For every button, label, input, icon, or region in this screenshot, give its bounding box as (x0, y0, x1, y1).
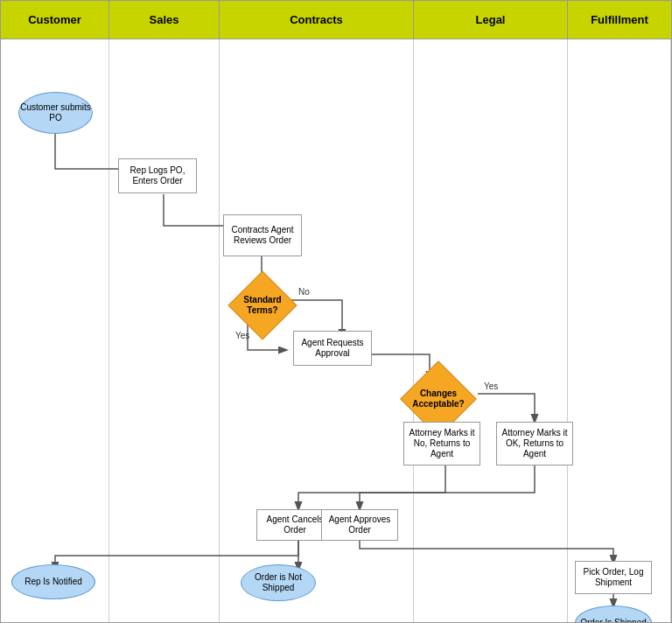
lane-sales (109, 39, 220, 622)
header-sales: Sales (109, 1, 220, 38)
header-row: Customer Sales Contracts Legal Fulfillme… (1, 1, 671, 39)
agent-approves-order: Agent Approves Order (321, 509, 398, 541)
rep-is-notified: Rep Is Notified (11, 564, 95, 599)
customer-submits-po: Customer submits PO (18, 92, 93, 134)
rep-logs-po: Rep Logs PO, Enters Order (118, 158, 197, 193)
diagram-body: Yes No Yes No Customer submits PO Rep Lo… (1, 39, 671, 622)
header-contracts: Contracts (220, 1, 414, 38)
contracts-agent-reviews: Contracts Agent Reviews Order (223, 214, 302, 256)
standard-terms-diamond: Standard Terms? (232, 278, 293, 332)
attorney-marks-ok: Attorney Marks it OK, Returns to Agent (496, 422, 573, 466)
lane-fulfillment (568, 39, 671, 622)
changes-acceptable-diamond: Changes Acceptable? (403, 370, 473, 428)
lane-legal (414, 39, 568, 622)
swimlane-diagram: Customer Sales Contracts Legal Fulfillme… (0, 0, 672, 623)
agent-requests-approval: Agent Requests Approval (293, 331, 372, 366)
attorney-marks-no: Attorney Marks it No, Returns to Agent (403, 422, 480, 466)
order-not-shipped: Order is Not Shipped (241, 564, 316, 601)
pick-order: Pick Order, Log Shipment (575, 561, 652, 594)
header-legal: Legal (414, 1, 568, 38)
header-customer: Customer (1, 1, 109, 38)
header-fulfillment: Fulfillment (568, 1, 671, 38)
